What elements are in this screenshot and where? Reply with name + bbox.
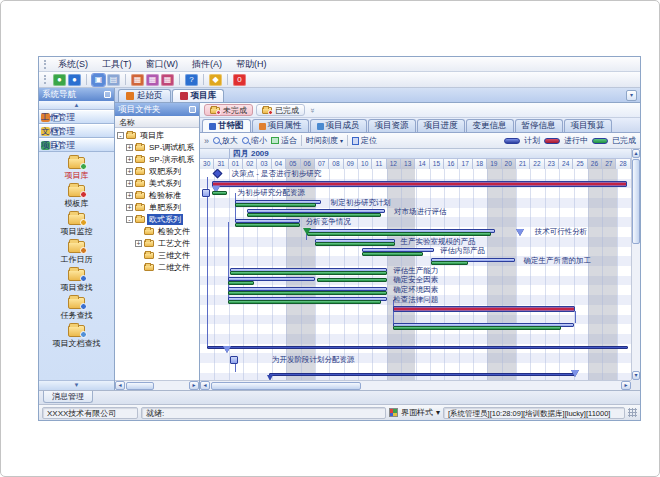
tab-pause-info[interactable]: 暂停信息 (515, 119, 563, 132)
tab-project-budget[interactable]: 项目预算 (564, 119, 612, 132)
tab-project-members[interactable]: 项目成员 (310, 119, 367, 132)
scroll-right-button[interactable]: ▸ (189, 381, 199, 390)
locate-button[interactable]: 定位 (352, 135, 377, 146)
time-scale-dropdown[interactable]: 时间刻度▾ (306, 135, 343, 146)
scroll-up-button[interactable]: ▴ (632, 149, 640, 158)
gantt-bar-in-progress[interactable] (393, 306, 575, 312)
tree-column-header[interactable]: 名称 (115, 116, 199, 128)
scroll-thumb[interactable] (211, 382, 361, 390)
progress-arrow-icon[interactable] (303, 228, 311, 235)
tree-node[interactable]: +双肥系列 (115, 165, 199, 177)
tab-change-info[interactable]: 变更信息 (466, 119, 514, 132)
group-project-management[interactable]: 项目管理▲ (39, 138, 114, 152)
gantt-bar-progress[interactable] (230, 271, 387, 275)
sidebar-item-project-search[interactable]: 项目查找 (39, 267, 114, 295)
gantt-bar-summary[interactable] (207, 346, 628, 349)
gantt-bar-progress[interactable] (228, 281, 254, 285)
scroll-thumb[interactable] (126, 382, 154, 390)
menu-tools[interactable]: 工具(T) (95, 58, 139, 70)
scroll-left-button[interactable]: ◂ (200, 381, 210, 390)
tree-node[interactable]: -欧式系列 (115, 213, 199, 225)
pin-icon[interactable] (104, 91, 111, 98)
expander-icon[interactable]: + (135, 240, 142, 247)
gantt-bar-progress[interactable] (228, 300, 381, 304)
filter-incomplete-button[interactable]: 未完成 (204, 104, 253, 116)
tree-node[interactable]: +工艺文件 (115, 237, 199, 249)
sidebar-item-work-calendar[interactable]: 工作日历 (39, 239, 114, 267)
sidebar-item-project-monitor[interactable]: 项目监控 (39, 211, 114, 239)
gantt-bar-progress[interactable] (235, 223, 300, 227)
expander-icon[interactable]: + (126, 156, 133, 163)
gantt-bar-progress[interactable] (362, 252, 423, 256)
power-icon[interactable]: 0 (233, 74, 246, 86)
menu-help[interactable]: 帮助(H) (229, 58, 274, 70)
scroll-thumb[interactable] (632, 159, 640, 244)
lock-icon[interactable]: ◆ (209, 74, 222, 86)
tab-project-properties[interactable]: 项目属性 (252, 119, 309, 132)
tree-node[interactable]: +检验标准 (115, 189, 199, 201)
expander-icon[interactable]: - (126, 216, 133, 223)
scroll-left-button[interactable]: ◂ (115, 381, 125, 390)
sidebar-item-template-library[interactable]: 模板库 (39, 183, 114, 211)
milestone-triangle-icon[interactable] (571, 370, 579, 377)
sync-icon[interactable]: ● (53, 74, 66, 86)
tab-strip-menu-button[interactable]: ▾ (626, 90, 637, 101)
gantt-bar-progress[interactable] (235, 203, 316, 207)
menu-window[interactable]: 窗口(W) (139, 58, 186, 70)
schedule-plan-icon[interactable]: ▦ (161, 74, 174, 86)
tab-gantt[interactable]: 甘特图 (202, 119, 251, 132)
tree-node[interactable]: +SP-演示机系 (115, 153, 199, 165)
sidebar-more-button[interactable]: ▼ (39, 380, 114, 390)
tree-node[interactable]: 三维文件 (115, 249, 199, 261)
sidebar-collapse-button[interactable]: ▲ (39, 101, 114, 110)
gantt-bar-progress[interactable] (393, 326, 561, 330)
expander-icon[interactable]: + (126, 204, 133, 211)
vertical-scrollbar[interactable]: ▴ ▾ (631, 149, 640, 380)
gantt-bar-summary[interactable] (269, 373, 575, 376)
schedule-red-icon[interactable]: ▦ (131, 74, 144, 86)
overflow-chevron-icon[interactable]: » (308, 108, 317, 112)
tree-node[interactable]: +SP-调试机系 (115, 141, 199, 153)
tab-project-progress[interactable]: 项目进度 (417, 119, 465, 132)
expander-icon[interactable]: + (126, 144, 133, 151)
group-work-management[interactable]: 工作管理▼ (39, 110, 114, 124)
milestone-triangle-icon[interactable] (223, 346, 231, 353)
folder-window-icon[interactable]: ▣ (92, 74, 105, 86)
schedule-green-icon[interactable]: ▦ (146, 74, 159, 86)
tab-message-management[interactable]: 消息管理 (43, 391, 93, 403)
zoom-out-button[interactable]: 缩小 (242, 135, 267, 146)
ui-style-dropdown[interactable]: 界面样式 ▾ (389, 407, 440, 418)
tree-node[interactable]: 检验文件 (115, 225, 199, 237)
gantt-bar-progress[interactable] (212, 191, 227, 195)
group-document-management[interactable]: 文档管理▼ (39, 124, 114, 138)
gantt-bar-in-progress[interactable] (212, 181, 627, 187)
tree-node[interactable]: 二维文件 (115, 261, 199, 273)
layout-window-icon[interactable]: ▤ (107, 74, 120, 86)
sidebar-item-task-search[interactable]: 任务查找 (39, 295, 114, 323)
tree-horizontal-scrollbar[interactable]: ◂ ▸ (115, 380, 199, 390)
tree-node[interactable]: +美式系列 (115, 177, 199, 189)
expander-icon[interactable]: + (126, 192, 133, 199)
expander-icon[interactable]: + (126, 168, 133, 175)
milestone-square-icon[interactable] (230, 356, 238, 364)
fit-button[interactable]: 适合 (271, 135, 297, 146)
filter-complete-button[interactable]: 已完成 (256, 104, 305, 116)
toolbar-overflow-icon[interactable]: » (204, 136, 209, 146)
tab-project-library[interactable]: 项目库 (172, 89, 225, 102)
expander-icon[interactable]: + (126, 180, 133, 187)
expander-icon[interactable]: - (117, 132, 124, 139)
globe-icon[interactable]: ● (68, 74, 81, 86)
gantt-bar-progress[interactable] (315, 242, 395, 246)
resize-grip[interactable] (628, 408, 637, 417)
tab-project-resources[interactable]: 项目资源 (368, 119, 416, 132)
scroll-down-button[interactable]: ▾ (632, 371, 640, 380)
pin-icon[interactable] (189, 106, 196, 113)
tree-node[interactable]: -项目库 (115, 129, 199, 141)
menu-system[interactable]: 系统(S) (51, 58, 95, 70)
sidebar-item-project-library[interactable]: 项目库 (39, 155, 114, 183)
sidebar-item-project-doc-search[interactable]: 项目文档查找 (39, 323, 114, 351)
gantt-bar-progress[interactable] (317, 278, 387, 282)
zoom-in-button[interactable]: 放大 (213, 135, 238, 146)
gantt-bar-progress[interactable] (228, 291, 387, 295)
tree-node[interactable]: +单肥系列 (115, 201, 199, 213)
